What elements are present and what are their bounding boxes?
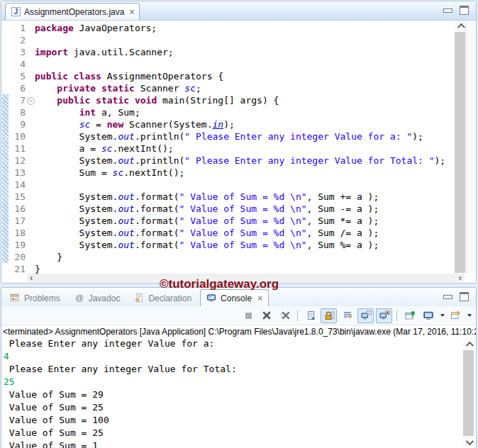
line-number: 8 [9,106,26,118]
line-number: 17 [9,215,26,227]
console-panel: Problems@JavadocDeclarationConsole× <ter… [1,287,477,448]
display-selected-console-button[interactable] [420,308,436,323]
code-line[interactable]: 2 [9,34,453,46]
svg-text:@: @ [75,293,83,302]
tab-label: Declaration [148,293,191,303]
overview-ruler [466,21,476,273]
code-line[interactable]: 16 System.out.format(" Value of Sum = %d… [9,203,453,215]
editor-vertical-scrollbar[interactable] [454,21,466,273]
maximize-icon[interactable] [460,6,469,15]
open-console-icon [450,310,461,321]
code-text: private static Scanner sc; [35,82,201,94]
scrollbar-thumb[interactable] [463,350,474,436]
fold-column [26,82,35,94]
pin-console-button[interactable] [401,308,418,323]
declaration-icon [134,293,145,303]
tab-console[interactable]: Console× [200,289,269,306]
tab-close-icon[interactable]: × [257,293,262,303]
fold-collapse-icon[interactable] [26,94,35,106]
code-line[interactable]: 8 int a, Sum; [9,106,453,118]
word-wrap-button[interactable] [339,308,355,323]
tab-label: Problems [24,293,60,303]
open-console-button[interactable] [447,308,463,323]
tab-declaration[interactable]: Declaration [128,290,197,306]
remove-launch-button[interactable] [258,308,274,323]
code-line[interactable]: 17 System.out.format(" Value of Sum = %d… [9,215,453,227]
editor-tab-title: AssignmentOperators.java [24,7,124,17]
show-console-stdout-button[interactable] [357,308,374,323]
tab-problems[interactable]: Problems [4,290,66,306]
show-console-stderr-button[interactable] [376,308,392,323]
line-number: 10 [9,130,26,142]
code-text: int a, Sum; [35,106,140,118]
editor-panel: J AssignmentOperators.java × 1package Ja… [1,1,477,284]
fold-column [26,70,35,82]
line-number: 21 [9,263,26,275]
pin-console-icon [404,310,416,321]
fold-column [26,118,35,130]
console-output-line: Value of Sum = 1 [4,439,462,448]
scroll-up-arrow-icon[interactable] [462,339,474,349]
scroll-right-arrow-icon[interactable]: › [456,274,465,281]
code-text: public static void main(String[] args) { [35,94,279,106]
console-output-line: Value of Sum = 25 [4,427,462,439]
scroll-up-arrow-icon[interactable] [454,21,466,31]
code-line[interactable]: 14 [9,179,453,191]
fold-column [26,106,35,118]
fold-column [26,155,35,167]
code-text: package JavaOperators; [35,22,157,34]
editor-body[interactable]: 1package JavaOperators;23import java.uti… [1,21,476,283]
maximize-icon[interactable] [460,292,469,301]
fold-column [26,130,35,142]
line-number: 18 [9,227,26,239]
terminate-button[interactable] [240,308,256,323]
scroll-lock-icon [323,310,335,321]
editor-tab-assignmentoperators[interactable]: J AssignmentOperators.java × [5,3,140,20]
console-output[interactable]: Please Enter any integer Value for a: 4 … [1,337,462,448]
fold-column [26,227,35,239]
code-line[interactable]: 1package JavaOperators; [9,22,453,34]
code-line[interactable]: 11 a = sc.nextInt(); [9,142,453,155]
code-line[interactable]: 19 System.out.format(" Value of Sum = %d… [9,239,453,251]
clear-console-button[interactable] [302,308,318,323]
code-line[interactable]: 9 sc = new Scanner(System.in); [9,118,453,130]
code-line[interactable]: 4 [9,58,453,70]
scrollbar-thumb[interactable] [455,32,465,273]
code-line[interactable]: 3import java.util.Scanner; [9,46,453,58]
code-line[interactable]: 13 Sum = sc.nextInt(); [9,167,453,179]
minimize-icon[interactable] [443,9,452,13]
minimize-icon[interactable] [443,295,452,299]
code-area[interactable]: 1package JavaOperators;23import java.uti… [9,22,453,275]
tab-label: Console [221,293,252,303]
fold-column [26,215,35,227]
code-line[interactable]: 5public class AssignmentOperators { [9,70,453,82]
fold-column [26,167,35,179]
code-text: System.out.println(" Please Enter any in… [35,130,423,142]
editor-window-buttons [443,6,469,15]
line-number: 1 [9,22,26,34]
fold-column [26,46,35,58]
console-output-line: Please Enter any integer Value for Total… [4,363,462,376]
code-line[interactable]: 6 private static Scanner sc; [9,82,453,94]
code-line[interactable]: 10 System.out.println(" Please Enter any… [9,130,453,142]
dropdown-arrow-icon[interactable] [467,314,472,317]
line-number: 12 [9,155,26,167]
code-line[interactable]: 15 System.out.format(" Value of Sum = %d… [9,191,453,203]
code-text: public class AssignmentOperators { [35,70,223,82]
code-line[interactable]: 18 System.out.format(" Value of Sum = %d… [9,227,453,239]
scroll-left-arrow-icon[interactable]: ‹ [27,274,35,281]
toolbar-separator [297,310,298,321]
code-line[interactable]: 7 public static void main(String[] args)… [9,94,453,106]
console-vertical-scrollbar[interactable] [462,339,474,447]
scroll-lock-button[interactable] [321,308,337,323]
dropdown-arrow-icon[interactable] [440,314,445,317]
remove-all-terminated-button[interactable] [277,308,293,323]
tab-close-icon[interactable]: × [129,7,134,17]
scroll-down-arrow-icon[interactable] [462,437,474,447]
watermark: ©tutorialgateway.org [160,277,279,291]
tab-javadoc[interactable]: @Javadoc [69,290,126,306]
code-text: Sum = sc.nextInt(); [35,167,184,179]
code-line[interactable]: 12 System.out.println(" Please Enter any… [9,155,453,167]
code-line[interactable]: 20 } [9,251,453,263]
console-window-buttons [443,292,469,301]
